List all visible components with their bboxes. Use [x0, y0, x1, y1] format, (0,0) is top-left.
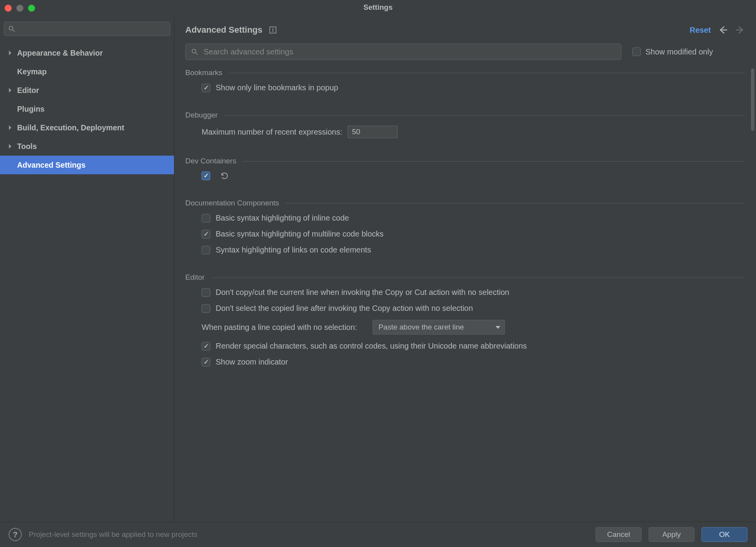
- ok-button[interactable]: OK: [701, 527, 747, 542]
- svg-line-1: [13, 30, 15, 32]
- checkbox-label: Show modified only: [645, 47, 713, 56]
- sidebar-item-label: Tools: [17, 142, 37, 151]
- select-value: Paste above the caret line: [378, 323, 464, 331]
- divider: [285, 203, 745, 203]
- checkbox-icon: [202, 230, 210, 238]
- option-dont-select-copied-line[interactable]: Don't select the copied line after invok…: [202, 304, 745, 313]
- titlebar: Settings: [0, 0, 756, 15]
- sidebar-item-label: Editor: [17, 86, 39, 95]
- checkbox-icon: [202, 304, 210, 313]
- sidebar-item-label: Plugins: [17, 105, 44, 114]
- sidebar-item-build-execution-deployment[interactable]: Build, Execution, Deployment: [0, 118, 174, 137]
- section-bookmarks: Bookmarks Show only line bookmarks in po…: [185, 68, 745, 92]
- checkbox-icon: [202, 246, 210, 254]
- section-title: Bookmarks: [185, 68, 222, 77]
- option-show-only-line-bookmarks[interactable]: Show only line bookmarks in popup: [202, 83, 745, 92]
- checkbox-icon: [202, 214, 210, 223]
- chevron-down-icon: [495, 323, 501, 331]
- divider: [211, 277, 745, 278]
- option-label: Render special characters, such as contr…: [216, 342, 527, 351]
- search-icon: [191, 48, 199, 56]
- option-label: Syntax highlighting of links on code ele…: [216, 245, 371, 254]
- option-show-zoom-indicator[interactable]: Show zoom indicator: [202, 358, 745, 366]
- apply-button[interactable]: Apply: [649, 527, 694, 542]
- checkbox-icon: [202, 342, 210, 351]
- sidebar-item-appearance-behavior[interactable]: Appearance & Behavior: [0, 44, 174, 62]
- sidebar-item-keymap[interactable]: Keymap: [0, 62, 174, 81]
- window-close-button[interactable]: [5, 5, 12, 12]
- option-label: Don't select the copied line after invok…: [216, 304, 473, 313]
- sidebar-item-plugins[interactable]: Plugins: [0, 100, 174, 118]
- help-button[interactable]: ?: [9, 528, 22, 541]
- divider: [229, 73, 745, 73]
- option-label: Maximum number of recent expressions:: [202, 128, 342, 137]
- svg-line-5: [196, 53, 198, 55]
- reset-button[interactable]: Reset: [690, 26, 711, 35]
- checkbox-icon: [632, 47, 641, 56]
- chevron-right-icon: [8, 144, 12, 149]
- svg-point-4: [192, 49, 196, 53]
- section-title: Dev Containers: [185, 157, 236, 165]
- window-maximize-button[interactable]: [28, 5, 35, 12]
- max-recent-expressions-input[interactable]: [348, 126, 397, 138]
- section-dev-containers: Dev Containers: [185, 157, 745, 180]
- chevron-right-icon: [8, 50, 12, 56]
- section-debugger: Debugger Maximum number of recent expres…: [185, 111, 745, 138]
- divider: [243, 161, 745, 161]
- section-editor: Editor Don't copy/cut the current line w…: [185, 273, 745, 366]
- settings-content: Advanced Settings Reset Show modified on…: [174, 15, 756, 522]
- cancel-button[interactable]: Cancel: [596, 527, 642, 542]
- forward-button: [735, 25, 745, 35]
- sidebar-search-input[interactable]: [4, 22, 170, 36]
- search-icon: [8, 25, 16, 33]
- show-modified-only-toggle[interactable]: Show modified only: [632, 47, 713, 56]
- option-label: Show zoom indicator: [216, 358, 288, 366]
- back-button[interactable]: [718, 25, 728, 35]
- option-syntax-links-code[interactable]: Syntax highlighting of links on code ele…: [202, 245, 745, 254]
- settings-sidebar: Appearance & Behavior Keymap Editor Plug…: [0, 15, 174, 522]
- sidebar-item-advanced-settings[interactable]: Advanced Settings: [0, 156, 174, 174]
- checkbox-icon: [202, 172, 210, 180]
- divider: [224, 115, 745, 116]
- svg-point-0: [9, 26, 13, 30]
- option-paste-line-mode: When pasting a line copied with no selec…: [202, 320, 745, 335]
- option-label: Basic syntax highlighting of multiline c…: [216, 230, 383, 238]
- option-label: When pasting a line copied with no selec…: [202, 323, 357, 332]
- chevron-right-icon: [8, 88, 12, 93]
- window-minimize-button[interactable]: [16, 5, 23, 12]
- option-max-recent-expressions: Maximum number of recent expressions:: [202, 126, 745, 138]
- option-label: Don't copy/cut the current line when inv…: [216, 288, 509, 297]
- scrollbar[interactable]: [751, 68, 754, 131]
- chevron-right-icon: [8, 125, 12, 130]
- option-dont-copy-cut-no-selection[interactable]: Don't copy/cut the current line when inv…: [202, 288, 745, 297]
- window-title: Settings: [364, 3, 393, 12]
- option-render-special-characters[interactable]: Render special characters, such as contr…: [202, 342, 745, 351]
- advanced-search-input[interactable]: [185, 44, 621, 60]
- option-label: Show only line bookmarks in popup: [216, 83, 338, 92]
- option-enable-devcontainers-gateway[interactable]: [202, 172, 745, 180]
- page-title: Advanced Settings: [185, 25, 262, 35]
- sidebar-item-editor[interactable]: Editor: [0, 81, 174, 100]
- option-basic-syntax-inline[interactable]: Basic syntax highlighting of inline code: [202, 214, 745, 223]
- revert-icon[interactable]: [220, 172, 229, 180]
- sidebar-item-label: Appearance & Behavior: [17, 49, 103, 58]
- section-title: Documentation Components: [185, 199, 279, 207]
- section-title: Editor: [185, 273, 205, 282]
- sidebar-item-label: Advanced Settings: [17, 161, 86, 170]
- sidebar-item-label: Keymap: [17, 67, 47, 76]
- section-documentation-components: Documentation Components Basic syntax hi…: [185, 199, 745, 254]
- dialog-footer: ? Project-level settings will be applied…: [0, 522, 756, 547]
- sidebar-item-label: Build, Execution, Deployment: [17, 123, 124, 132]
- checkbox-icon: [202, 288, 210, 297]
- paste-line-mode-select[interactable]: Paste above the caret line: [373, 320, 505, 335]
- section-title: Debugger: [185, 111, 218, 119]
- checkbox-icon: [202, 358, 210, 366]
- option-basic-syntax-multiline[interactable]: Basic syntax highlighting of multiline c…: [202, 230, 745, 238]
- window-controls: [5, 5, 35, 12]
- footer-hint: Project-level settings will be applied t…: [29, 530, 197, 539]
- sidebar-item-tools[interactable]: Tools: [0, 137, 174, 156]
- option-label: Basic syntax highlighting of inline code: [216, 214, 349, 223]
- checkbox-icon: [202, 84, 210, 92]
- split-view-icon[interactable]: [269, 26, 276, 33]
